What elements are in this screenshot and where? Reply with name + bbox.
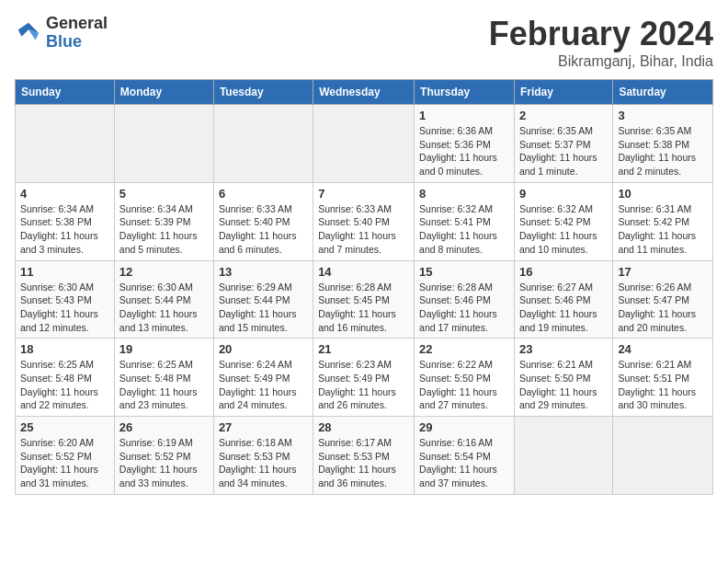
day-of-week-header: Sunday (16, 80, 115, 105)
day-number: 1 (419, 109, 509, 122)
day-info: Sunrise: 6:25 AMSunset: 5:48 PMDaylight:… (20, 358, 109, 412)
day-number: 19 (119, 342, 209, 356)
calendar-cell: 1Sunrise: 6:36 AMSunset: 5:36 PMDaylight… (415, 105, 515, 183)
day-info: Sunrise: 6:25 AMSunset: 5:48 PMDaylight:… (119, 358, 209, 412)
day-number: 2 (519, 109, 608, 122)
calendar-cell (514, 417, 612, 495)
day-of-week-header: Wednesday (313, 80, 415, 105)
day-of-week-header: Monday (114, 80, 213, 105)
day-info: Sunrise: 6:22 AMSunset: 5:50 PMDaylight:… (419, 358, 509, 412)
day-info: Sunrise: 6:18 AMSunset: 5:53 PMDaylight:… (219, 436, 308, 490)
calendar-cell: 22Sunrise: 6:22 AMSunset: 5:50 PMDayligh… (415, 339, 515, 417)
day-info: Sunrise: 6:35 AMSunset: 5:37 PMDaylight:… (519, 124, 608, 178)
day-info: Sunrise: 6:24 AMSunset: 5:49 PMDaylight:… (219, 358, 308, 412)
calendar-cell: 18Sunrise: 6:25 AMSunset: 5:48 PMDayligh… (16, 339, 115, 417)
day-number: 26 (119, 420, 209, 434)
calendar-cell (114, 105, 213, 183)
day-info: Sunrise: 6:28 AMSunset: 5:45 PMDaylight:… (318, 281, 409, 335)
day-number: 13 (219, 265, 308, 279)
calendar-cell: 25Sunrise: 6:20 AMSunset: 5:52 PMDayligh… (16, 417, 115, 495)
calendar-cell: 10Sunrise: 6:31 AMSunset: 5:42 PMDayligh… (613, 182, 713, 260)
calendar-cell: 4Sunrise: 6:34 AMSunset: 5:38 PMDaylight… (16, 182, 115, 260)
calendar-cell (613, 417, 713, 495)
day-info: Sunrise: 6:34 AMSunset: 5:38 PMDaylight:… (20, 202, 109, 257)
calendar-week-row: 4Sunrise: 6:34 AMSunset: 5:38 PMDaylight… (16, 182, 713, 260)
calendar-cell: 27Sunrise: 6:18 AMSunset: 5:53 PMDayligh… (213, 417, 313, 495)
calendar-cell: 14Sunrise: 6:28 AMSunset: 5:45 PMDayligh… (313, 260, 415, 339)
day-of-week-header: Tuesday (213, 80, 313, 105)
day-number: 8 (419, 187, 509, 201)
day-number: 11 (20, 265, 109, 279)
day-info: Sunrise: 6:17 AMSunset: 5:53 PMDaylight:… (318, 436, 409, 490)
calendar-cell: 20Sunrise: 6:24 AMSunset: 5:49 PMDayligh… (213, 339, 313, 417)
day-number: 12 (119, 265, 209, 279)
day-number: 24 (618, 342, 708, 356)
day-info: Sunrise: 6:27 AMSunset: 5:46 PMDaylight:… (519, 281, 608, 335)
day-number: 6 (219, 187, 308, 201)
calendar-cell: 2Sunrise: 6:35 AMSunset: 5:37 PMDaylight… (514, 105, 612, 183)
day-info: Sunrise: 6:36 AMSunset: 5:36 PMDaylight:… (419, 124, 509, 178)
day-info: Sunrise: 6:28 AMSunset: 5:46 PMDaylight:… (419, 281, 509, 335)
day-number: 9 (519, 187, 608, 201)
day-info: Sunrise: 6:30 AMSunset: 5:43 PMDaylight:… (20, 281, 109, 335)
day-number: 16 (519, 265, 608, 279)
calendar-cell: 6Sunrise: 6:33 AMSunset: 5:40 PMDaylight… (213, 182, 313, 260)
location-subtitle: Bikramganj, Bihar, India (489, 53, 713, 70)
month-title: February 2024 (489, 15, 713, 53)
calendar-week-row: 11Sunrise: 6:30 AMSunset: 5:43 PMDayligh… (16, 260, 713, 339)
day-number: 29 (419, 420, 509, 434)
calendar-cell: 15Sunrise: 6:28 AMSunset: 5:46 PMDayligh… (415, 260, 515, 339)
calendar-table: SundayMondayTuesdayWednesdayThursdayFrid… (15, 79, 713, 495)
calendar-cell: 8Sunrise: 6:32 AMSunset: 5:41 PMDaylight… (415, 182, 515, 260)
day-info: Sunrise: 6:32 AMSunset: 5:41 PMDaylight:… (419, 202, 509, 257)
day-number: 23 (519, 342, 608, 356)
calendar-cell: 9Sunrise: 6:32 AMSunset: 5:42 PMDaylight… (514, 182, 612, 260)
day-info: Sunrise: 6:33 AMSunset: 5:40 PMDaylight:… (219, 202, 308, 257)
day-number: 25 (20, 420, 109, 434)
day-of-week-header: Friday (514, 80, 612, 105)
calendar-cell: 21Sunrise: 6:23 AMSunset: 5:49 PMDayligh… (313, 339, 415, 417)
day-number: 14 (318, 265, 409, 279)
day-number: 4 (20, 187, 109, 201)
day-info: Sunrise: 6:31 AMSunset: 5:42 PMDaylight:… (618, 202, 708, 257)
day-number: 17 (618, 265, 708, 279)
day-info: Sunrise: 6:35 AMSunset: 5:38 PMDaylight:… (618, 124, 708, 178)
day-number: 18 (20, 342, 109, 356)
calendar-cell: 5Sunrise: 6:34 AMSunset: 5:39 PMDaylight… (114, 182, 213, 260)
day-info: Sunrise: 6:26 AMSunset: 5:47 PMDaylight:… (618, 281, 708, 335)
day-info: Sunrise: 6:19 AMSunset: 5:52 PMDaylight:… (119, 436, 209, 490)
calendar-cell (213, 105, 313, 183)
day-number: 20 (219, 342, 308, 356)
day-info: Sunrise: 6:23 AMSunset: 5:49 PMDaylight:… (318, 358, 409, 412)
day-of-week-header: Saturday (613, 80, 713, 105)
day-number: 27 (219, 420, 308, 434)
day-info: Sunrise: 6:20 AMSunset: 5:52 PMDaylight:… (20, 436, 109, 490)
calendar-cell: 16Sunrise: 6:27 AMSunset: 5:46 PMDayligh… (514, 260, 612, 339)
day-info: Sunrise: 6:29 AMSunset: 5:44 PMDaylight:… (219, 281, 308, 335)
day-number: 28 (318, 420, 409, 434)
day-info: Sunrise: 6:16 AMSunset: 5:54 PMDaylight:… (419, 436, 509, 490)
calendar-week-row: 25Sunrise: 6:20 AMSunset: 5:52 PMDayligh… (16, 417, 713, 495)
calendar-cell: 23Sunrise: 6:21 AMSunset: 5:50 PMDayligh… (514, 339, 612, 417)
day-of-week-header: Thursday (415, 80, 515, 105)
day-info: Sunrise: 6:21 AMSunset: 5:51 PMDaylight:… (618, 358, 708, 412)
calendar-cell (16, 105, 115, 183)
calendar-week-row: 1Sunrise: 6:36 AMSunset: 5:36 PMDaylight… (16, 105, 713, 183)
day-info: Sunrise: 6:34 AMSunset: 5:39 PMDaylight:… (119, 202, 209, 257)
calendar-cell: 24Sunrise: 6:21 AMSunset: 5:51 PMDayligh… (613, 339, 713, 417)
day-number: 22 (419, 342, 509, 356)
day-number: 7 (318, 187, 409, 201)
calendar-cell: 7Sunrise: 6:33 AMSunset: 5:40 PMDaylight… (313, 182, 415, 260)
day-info: Sunrise: 6:21 AMSunset: 5:50 PMDaylight:… (519, 358, 608, 412)
logo: General Blue (15, 15, 108, 52)
day-info: Sunrise: 6:30 AMSunset: 5:44 PMDaylight:… (119, 281, 209, 335)
day-number: 15 (419, 265, 509, 279)
calendar-cell: 17Sunrise: 6:26 AMSunset: 5:47 PMDayligh… (613, 260, 713, 339)
day-number: 5 (119, 187, 209, 201)
day-info: Sunrise: 6:32 AMSunset: 5:42 PMDaylight:… (519, 202, 608, 257)
calendar-week-row: 18Sunrise: 6:25 AMSunset: 5:48 PMDayligh… (16, 339, 713, 417)
calendar-cell: 29Sunrise: 6:16 AMSunset: 5:54 PMDayligh… (415, 417, 515, 495)
day-info: Sunrise: 6:33 AMSunset: 5:40 PMDaylight:… (318, 202, 409, 257)
calendar-cell: 12Sunrise: 6:30 AMSunset: 5:44 PMDayligh… (114, 260, 213, 339)
calendar-cell: 3Sunrise: 6:35 AMSunset: 5:38 PMDaylight… (613, 105, 713, 183)
